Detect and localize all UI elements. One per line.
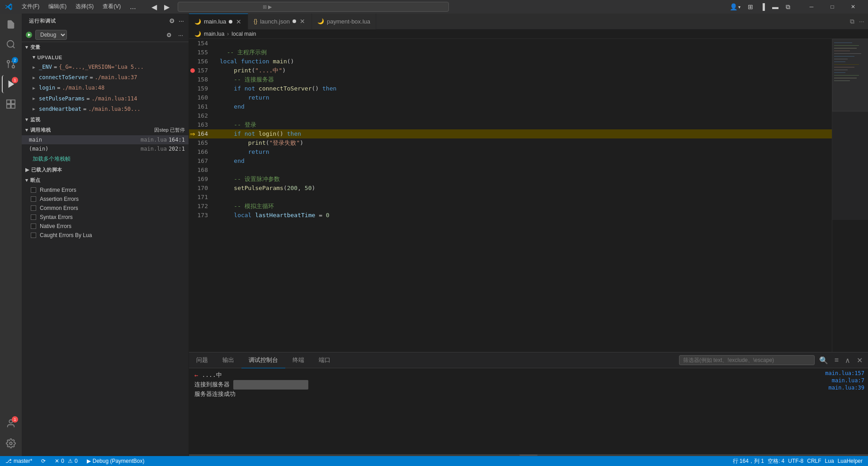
status-errors[interactable]: ✕ 0 ⚠ 0 — [53, 456, 79, 466]
nav-forward-button[interactable]: ▶ — [161, 2, 172, 12]
stack-frame-main-outer[interactable]: (main) main.lua 202:1 — [22, 144, 189, 153]
status-git-branch[interactable]: ⎇ master* — [4, 456, 34, 466]
bp-assertion-errors-checkbox[interactable] — [31, 196, 36, 202]
layout-icon-button[interactable]: ⊞ — [746, 2, 755, 11]
breadcrumb-file[interactable]: main.lua — [204, 31, 224, 37]
activity-source-control[interactable]: 2 — [2, 55, 20, 73]
bp-common-errors-label: Common Errors — [40, 205, 78, 211]
panel: 问题 输出 调试控制台 终端 端口 🔍 ≡ ∧ ✕ — [189, 352, 868, 456]
code-content[interactable]: -- 主程序示例 local function main () — [216, 39, 832, 352]
split-editor-button[interactable]: ⧉ — [848, 16, 856, 27]
load-more-frames[interactable]: 加载多个堆栈帧 — [22, 153, 189, 165]
bp-native-errors[interactable]: Native Errors — [22, 222, 189, 231]
status-spaces[interactable]: 空格: 4 — [766, 456, 786, 466]
ln-num-156: 156 — [196, 57, 210, 66]
menu-view[interactable]: 查看(V) — [99, 2, 124, 12]
tab-main-lua[interactable]: 🌙 main.lua ✕ — [189, 14, 248, 29]
titlebar-search-bar[interactable]: ⊞ ▶ /mentBox — [178, 2, 449, 12]
activity-explorer[interactable] — [2, 15, 20, 33]
panel-close-button[interactable]: ✕ — [855, 355, 864, 366]
tab-launch-json[interactable]: {} launch.json ✕ — [248, 14, 312, 29]
tab-launch-json-close[interactable]: ✕ — [299, 17, 306, 25]
bp-native-errors-checkbox[interactable] — [31, 223, 36, 229]
more-actions-button[interactable]: ··· — [857, 16, 866, 27]
status-sync[interactable]: ⟳ — [39, 456, 47, 466]
var-setpulse[interactable]: ▶ setPulseParams = ./main.lua:114 — [25, 94, 189, 104]
sidebar-run-debug-header: 运行和调试 ⚙ ··· — [22, 14, 189, 28]
code-line-164: if not login () then — [216, 129, 832, 138]
status-line-col[interactable]: 行 164，列 1 — [731, 456, 766, 466]
ln-155: 155 — [189, 48, 216, 57]
var-connect[interactable]: ▶ connectToServer = ./main.lua:37 — [25, 72, 189, 83]
bp-syntax-errors[interactable]: Syntax Errors — [22, 213, 189, 222]
bp-assertion-errors[interactable]: Assertion Errors — [22, 195, 189, 204]
status-language[interactable]: Lua — [823, 456, 836, 466]
panel-filter-input[interactable] — [679, 355, 815, 365]
split-editor-button[interactable]: ⧉ — [784, 2, 792, 12]
code-kw-not-164: not — [245, 129, 255, 138]
bp-caught-errors[interactable]: Caught Errors By Lua — [22, 231, 189, 240]
panel-tab-output[interactable]: 输出 — [215, 352, 241, 368]
panel-tab-debug-console[interactable]: 调试控制台 — [241, 352, 285, 368]
call-stack-toggle[interactable]: ▾ 调用堆栈 — [25, 127, 51, 133]
menu-edit[interactable]: 编辑(E) — [45, 2, 70, 12]
line-numbers: 154 155 156 — [189, 39, 216, 352]
panel-link-39[interactable]: main.lua:39 — [829, 385, 864, 391]
panel-link-7[interactable]: main.lua:7 — [832, 377, 864, 384]
bp-common-errors[interactable]: Common Errors — [22, 204, 189, 213]
status-encoding[interactable]: UTF-8 — [786, 456, 805, 466]
nav-back-button[interactable]: ◀ — [149, 2, 160, 12]
activity-search[interactable] — [2, 35, 20, 53]
panel-link-157[interactable]: main.lua:157 — [825, 370, 864, 376]
menu-more[interactable]: ... — [126, 2, 139, 12]
sidebar-settings-button[interactable]: ⚙ — [168, 16, 176, 25]
maximize-button[interactable]: □ — [822, 0, 843, 14]
panel-search-button[interactable]: 🔍 — [817, 355, 830, 366]
debug-more-button[interactable]: ··· — [176, 31, 185, 39]
bp-caught-errors-checkbox[interactable] — [31, 233, 36, 238]
activity-extensions[interactable] — [2, 95, 20, 113]
debug-gear-button[interactable]: ⚙ — [165, 31, 174, 39]
breadcrumb-section[interactable]: local main — [231, 31, 256, 37]
panel-filter-list-button[interactable]: ≡ — [833, 355, 840, 365]
menu-file[interactable]: 文件(F) — [18, 2, 43, 12]
panel-tab-problems[interactable]: 问题 — [189, 352, 215, 368]
variables-header[interactable]: ▾ 变量 — [22, 42, 189, 52]
tab-main-lua-close[interactable]: ✕ — [235, 18, 242, 26]
panel-collapse-button[interactable]: ∧ — [843, 355, 852, 366]
activity-account[interactable]: 1 — [2, 414, 20, 433]
bp-syntax-errors-checkbox[interactable] — [31, 214, 36, 220]
status-extension[interactable]: LuaHelper — [836, 456, 864, 466]
tab-payment-box[interactable]: 🌙 payment-box.lua — [312, 14, 376, 29]
watch-header[interactable]: ▾ 监视 — [22, 114, 189, 125]
account-button[interactable]: 👤 ▾ — [728, 2, 742, 11]
loaded-scripts-header[interactable]: ▶ 已载入的脚本 — [22, 165, 189, 175]
bp-common-errors-checkbox[interactable] — [31, 205, 36, 211]
panel-tab-ports[interactable]: 端口 — [311, 352, 338, 368]
activity-settings[interactable] — [2, 434, 20, 452]
bp-runtime-errors-checkbox[interactable] — [31, 187, 36, 193]
sidebar-toggle-button[interactable]: ▐ — [759, 2, 767, 11]
minimize-button[interactable]: ─ — [801, 0, 822, 14]
var-env[interactable]: ▶ _ENV = {_G=...,_VERSION='Lua 5... — [25, 62, 189, 72]
panel-toggle-button[interactable]: ▬ — [770, 2, 780, 11]
var-heartbeat[interactable]: ▶ sendHeartbeat = ./main.lua:50... — [25, 104, 189, 114]
stack-frame-main[interactable]: main main.lua 164:1 — [22, 135, 189, 144]
sidebar-more-button[interactable]: ··· — [178, 16, 185, 25]
debug-config-select[interactable]: Debug — [35, 30, 67, 40]
menu-select[interactable]: 选择(S) — [72, 2, 97, 12]
search-input[interactable]: /mentBox — [274, 4, 364, 10]
bp-runtime-errors[interactable]: Runtime Errors — [22, 185, 189, 195]
status-debug-session[interactable]: ▶ Debug (PaymentBox) — [85, 456, 146, 466]
breakpoints-header[interactable]: ▾ 断点 — [22, 175, 189, 185]
status-branch-name: master* — [14, 458, 32, 464]
minimap[interactable] — [832, 39, 868, 352]
activity-run-debug[interactable]: 1 — [2, 75, 20, 93]
var-login[interactable]: ▶ login = ./main.lua:48 — [25, 83, 189, 93]
status-line-ending[interactable]: CRLF — [805, 456, 823, 466]
close-button[interactable]: ✕ — [843, 0, 863, 14]
ln-156: 156 — [189, 57, 216, 66]
panel-tab-terminal[interactable]: 终端 — [285, 352, 311, 368]
upvalue-header[interactable]: ▾ Upvalue — [25, 52, 189, 62]
var-eq-setpulse: = — [86, 95, 90, 103]
